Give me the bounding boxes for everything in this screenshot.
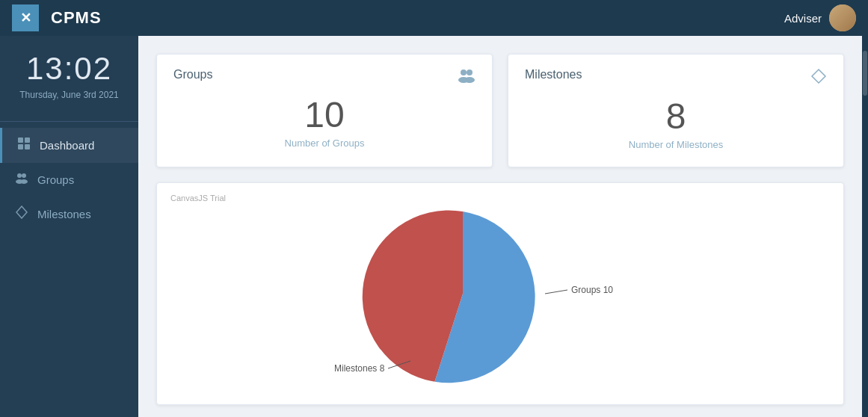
scrollbar-thumb[interactable] bbox=[863, 51, 867, 96]
groups-card-label: Number of Groups bbox=[173, 138, 475, 149]
svg-point-12 bbox=[464, 77, 475, 83]
svg-point-10 bbox=[467, 70, 473, 75]
milestones-icon bbox=[15, 206, 28, 223]
avatar[interactable] bbox=[829, 4, 856, 31]
svg-marker-8 bbox=[16, 206, 27, 218]
content-area: Groups 10 Number of Groups bbox=[138, 36, 862, 417]
sidebar-item-groups[interactable]: Groups bbox=[0, 163, 138, 197]
milestones-card-number: 8 bbox=[525, 99, 827, 135]
sidebar-item-milestones[interactable]: Milestones bbox=[0, 197, 138, 232]
groups-chart-label: Groups 10 bbox=[571, 285, 613, 295]
pie-chart-svg: Groups 10 Milestones 8 bbox=[306, 197, 695, 391]
groups-label-line bbox=[545, 290, 567, 294]
sidebar: 13:02 Thursday, June 3rd 2021 Dashboard bbox=[0, 36, 138, 417]
svg-rect-0 bbox=[18, 138, 23, 143]
chart-watermark: CanvasJS Trial bbox=[170, 194, 226, 203]
groups-card-header: Groups bbox=[173, 68, 475, 87]
close-button[interactable]: ✕ bbox=[12, 4, 39, 31]
svg-rect-1 bbox=[25, 138, 30, 143]
groups-card-icon bbox=[458, 68, 475, 87]
close-icon: ✕ bbox=[20, 10, 31, 26]
svg-marker-13 bbox=[812, 70, 825, 83]
svg-point-5 bbox=[22, 173, 26, 178]
svg-point-7 bbox=[20, 179, 28, 184]
user-label: Adviser bbox=[784, 12, 822, 25]
svg-rect-3 bbox=[25, 144, 30, 149]
svg-point-4 bbox=[17, 173, 22, 178]
svg-point-9 bbox=[461, 70, 467, 75]
milestones-chart-label: Milestones 8 bbox=[334, 363, 385, 374]
sidebar-item-dashboard[interactable]: Dashboard bbox=[0, 128, 138, 163]
groups-icon bbox=[15, 172, 28, 188]
sidebar-item-label-groups: Groups bbox=[37, 173, 74, 186]
groups-card-number: 10 bbox=[173, 97, 475, 133]
avatar-image bbox=[829, 4, 856, 31]
milestones-card: Milestones 8 Number of Milestones bbox=[508, 54, 844, 167]
sidebar-item-label-milestones: Milestones bbox=[37, 208, 91, 220]
groups-card-title: Groups bbox=[173, 68, 212, 81]
sidebar-item-label-dashboard: Dashboard bbox=[40, 139, 94, 152]
date-display: Thursday, June 3rd 2021 bbox=[0, 90, 138, 100]
groups-card: Groups 10 Number of Groups bbox=[156, 54, 493, 167]
chart-container: Groups 10 Milestones 8 bbox=[170, 197, 830, 391]
main-layout: 13:02 Thursday, June 3rd 2021 Dashboard bbox=[0, 36, 868, 417]
milestones-card-header: Milestones bbox=[525, 68, 827, 88]
dashboard-icon bbox=[17, 137, 31, 154]
cards-row: Groups 10 Number of Groups bbox=[156, 54, 844, 167]
milestones-card-title: Milestones bbox=[525, 68, 582, 81]
scrollbar[interactable] bbox=[862, 36, 868, 417]
clock-display: 13:02 bbox=[0, 51, 138, 87]
svg-rect-2 bbox=[18, 144, 23, 149]
milestones-card-label: Number of Milestones bbox=[525, 139, 827, 150]
chart-card: CanvasJS Trial bbox=[156, 182, 844, 405]
sidebar-divider bbox=[0, 121, 138, 122]
user-section: Adviser bbox=[784, 4, 856, 31]
app-title: CPMS bbox=[51, 8, 784, 28]
topbar: ✕ CPMS Adviser bbox=[0, 0, 868, 36]
milestones-card-icon bbox=[810, 68, 827, 88]
